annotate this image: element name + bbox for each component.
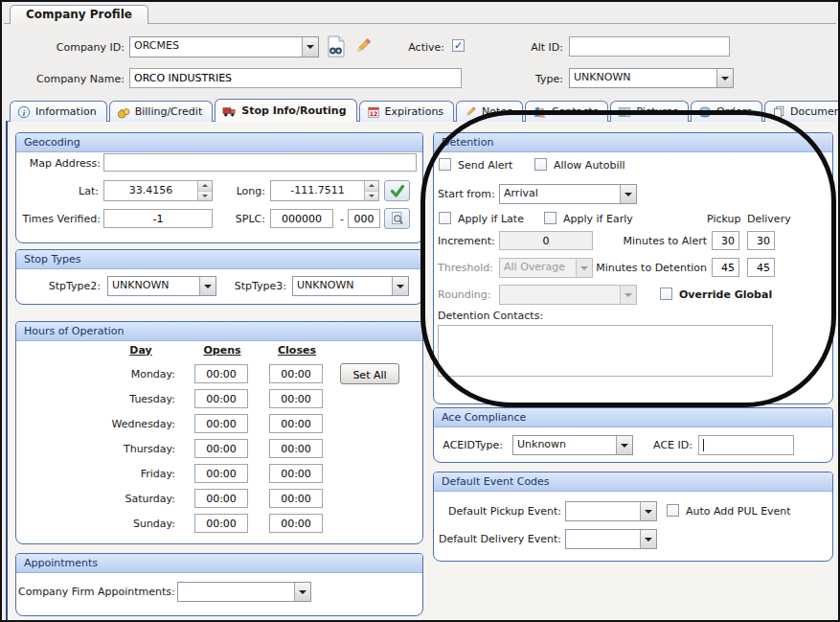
tab-contacts[interactable]: Contacts <box>525 101 609 122</box>
hours-closes-input[interactable] <box>269 464 323 483</box>
aceidtype-label: ACEIDType: <box>438 439 503 451</box>
ace-id-input[interactable] <box>698 435 794 455</box>
long-spinner[interactable]: -111.7511 <box>270 180 379 201</box>
splc-input[interactable] <box>270 209 333 228</box>
aceidtype-combobox[interactable]: Unknown <box>512 435 633 455</box>
company-id-label: Company ID: <box>21 41 125 54</box>
tab-label: Contacts <box>552 105 599 118</box>
times-verified-input[interactable] <box>103 209 213 228</box>
hours-opens-input[interactable] <box>194 414 248 433</box>
company-id-dropdown-button[interactable] <box>302 37 318 57</box>
verify-geocode-button[interactable] <box>384 180 410 201</box>
company-id-combobox[interactable]: ORCMES <box>129 36 319 58</box>
type-combobox[interactable]: UNKNOWN <box>569 68 734 88</box>
tab-stop-info-routing[interactable]: Stop Info/Routing <box>215 99 356 122</box>
send-alert-checkbox[interactable] <box>439 158 451 171</box>
stptype2-combobox[interactable]: UNKNOWN <box>107 276 216 296</box>
aceidtype-dropdown-button[interactable] <box>616 436 632 454</box>
hours-opens-input[interactable] <box>194 514 248 533</box>
active-checkbox[interactable]: ✓ <box>452 39 465 52</box>
tab-expirations[interactable]: 12 Expirations <box>359 101 455 122</box>
hours-closes-input[interactable] <box>269 439 323 458</box>
hours-opens-input[interactable] <box>194 464 248 483</box>
minutes-to-alert-pickup-input[interactable] <box>712 231 739 250</box>
lat-down-button[interactable] <box>198 192 212 201</box>
info-icon: i <box>17 105 31 119</box>
hours-closes-input[interactable] <box>269 364 323 383</box>
hours-opens-input[interactable] <box>194 364 248 383</box>
appointments-dropdown-button[interactable] <box>294 583 310 601</box>
hours-day-label: Tuesday: <box>35 393 175 405</box>
window-tab-company-profile[interactable]: Company Profile <box>10 5 148 24</box>
minutes-to-detention-pickup-input[interactable] <box>712 258 739 277</box>
lookup-company-icon[interactable] <box>324 35 348 58</box>
alt-id-input[interactable] <box>569 36 730 57</box>
long-down-button[interactable] <box>365 192 378 201</box>
minutes-to-detention-delivery-input[interactable] <box>747 258 775 277</box>
stptype3-combobox[interactable]: UNKNOWN <box>292 276 409 296</box>
tab-notes[interactable]: Notes <box>456 101 523 122</box>
lat-spinner[interactable]: 33.4156 <box>103 180 213 201</box>
company-firm-appointments-combobox[interactable] <box>177 582 311 602</box>
alt-id-label: Alt ID: <box>517 41 563 54</box>
default-pickup-event-combobox[interactable] <box>565 501 657 521</box>
map-lookup-button[interactable] <box>384 208 410 229</box>
map-search-icon <box>390 211 405 226</box>
stop-types-group-title: Stop Types <box>16 250 422 269</box>
apply-if-early-checkbox[interactable] <box>544 212 556 224</box>
lat-label: Lat: <box>22 185 99 197</box>
threshold-label: Threshold: <box>438 262 493 274</box>
rounding-label: Rounding: <box>438 288 491 301</box>
active-label: Active: <box>400 41 444 54</box>
hours-opens-input[interactable] <box>194 489 248 508</box>
long-up-button[interactable] <box>365 181 378 192</box>
tab-pictures[interactable]: Pictures <box>610 101 689 122</box>
hours-group-title: Hours of Operation <box>16 322 422 341</box>
set-all-button[interactable]: Set All <box>340 363 399 384</box>
tab-information[interactable]: i Information <box>10 101 107 122</box>
stptype2-dropdown-button[interactable] <box>199 277 216 295</box>
company-name-input[interactable] <box>129 68 462 88</box>
geocoding-group: Geocoding Map Address: Lat: 33.4156 Long… <box>15 132 423 243</box>
override-global-checkbox[interactable] <box>660 288 672 300</box>
pickup-event-dropdown-button[interactable] <box>640 502 656 520</box>
tab-label: Notes <box>482 105 512 118</box>
default-delivery-event-label: Default Delivery Event: <box>434 533 561 545</box>
chevron-down-icon <box>306 45 314 49</box>
tab-documents[interactable]: Documents <box>764 101 840 122</box>
truck-icon <box>222 104 237 118</box>
apply-if-late-checkbox[interactable] <box>439 212 451 224</box>
tab-billing-credit[interactable]: Billing/Credit <box>109 101 214 122</box>
delivery-event-dropdown-button[interactable] <box>640 530 656 548</box>
edit-pencil-icon[interactable] <box>353 36 374 57</box>
company-firm-appointments-label: Company Firm Appointments: <box>18 586 173 598</box>
start-from-dropdown-button[interactable] <box>620 185 636 203</box>
hours-closes-input[interactable] <box>269 489 323 508</box>
active-checkmark: ✓ <box>454 40 463 51</box>
auto-add-pul-event-checkbox[interactable] <box>667 504 679 517</box>
send-alert-label: Send Alert <box>458 159 512 172</box>
type-dropdown-button[interactable] <box>716 69 733 87</box>
hours-closes-input[interactable] <box>269 389 323 408</box>
aceidtype-value: Unknown <box>513 436 616 454</box>
hours-opens-input[interactable] <box>194 439 248 458</box>
tab-label: Pictures <box>636 105 678 118</box>
hours-opens-input[interactable] <box>194 389 248 408</box>
stptype3-dropdown-button[interactable] <box>392 277 408 295</box>
chevron-down-icon <box>721 77 729 81</box>
default-delivery-event-combobox[interactable] <box>565 529 657 549</box>
lat-up-button[interactable] <box>198 181 212 192</box>
hours-closes-input[interactable] <box>269 414 323 433</box>
rounding-dropdown-button <box>620 286 636 304</box>
detention-contacts-textarea[interactable] <box>438 325 773 377</box>
hours-closes-input[interactable] <box>269 514 323 533</box>
map-address-label: Map Address: <box>22 157 101 170</box>
minutes-to-alert-delivery-input[interactable] <box>747 231 775 250</box>
start-from-combobox[interactable]: Arrival <box>499 184 637 204</box>
company-name-label: Company Name: <box>11 73 125 85</box>
allow-autobill-checkbox[interactable] <box>534 158 547 171</box>
tab-orders[interactable]: Orders <box>691 101 762 122</box>
map-address-input[interactable] <box>103 153 417 172</box>
splc-suffix-input[interactable] <box>348 209 380 228</box>
chevron-down-icon <box>204 285 212 288</box>
